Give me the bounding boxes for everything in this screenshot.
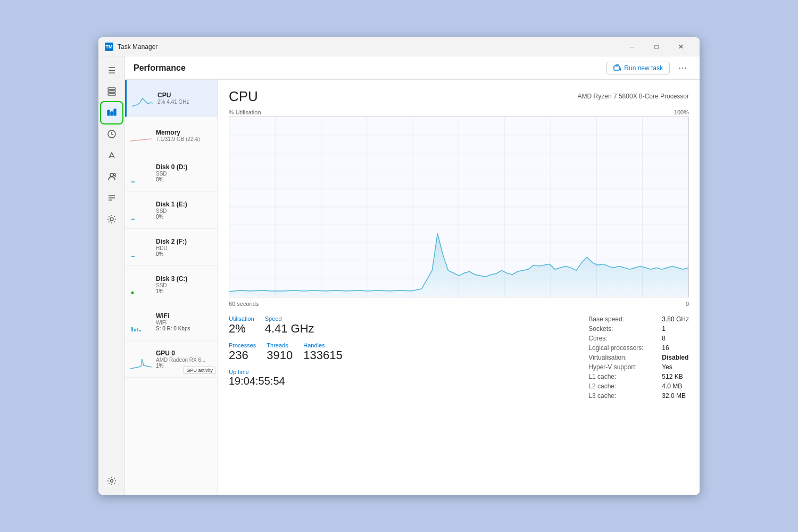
gpu0-sub: AMD Radeon RX 6... [156, 357, 212, 363]
device-item-memory[interactable]: Memory 7.1/31.9 GB (22%) [125, 117, 218, 154]
svg-rect-4 [111, 112, 113, 115]
y-axis-max: 100% [674, 109, 689, 115]
device-list: CPU 2% 4.41 GHz Memory 7.1 [125, 80, 218, 495]
device-item-cpu[interactable]: CPU 2% 4.41 GHz [125, 80, 218, 117]
perf-header: CPU AMD Ryzen 7 5800X 8-Core Processor [229, 88, 689, 105]
svg-point-9 [113, 173, 115, 176]
spec-l2: L2 cache: 4.0 MB [588, 383, 689, 390]
time-right-label: 0 [686, 301, 689, 307]
title-bar: TM Task Manager ─ □ ✕ [98, 37, 700, 56]
svg-rect-21 [134, 329, 136, 331]
disk2-pct: 0% [156, 251, 212, 257]
disk1-pct: 0% [156, 214, 212, 220]
svg-rect-18 [131, 256, 135, 257]
top-bar: Performance Run new task ⋯ [125, 56, 700, 80]
disk2-mini-chart [130, 237, 152, 258]
sidebar-item-settings[interactable] [102, 471, 121, 491]
sidebar-item-processes[interactable] [102, 82, 121, 101]
device-item-wifi[interactable]: WiFi WiFi S: 0 R: 0 Kbps [125, 303, 218, 340]
svg-rect-22 [137, 328, 138, 331]
sidebar-item-hamburger[interactable]: ☰ [102, 61, 121, 80]
device-item-disk1[interactable]: Disk 1 (E:) SSD 0% [125, 192, 218, 229]
memory-sub: 7.1/31.9 GB (22%) [156, 136, 212, 142]
processes-stat: Processes 236 [229, 342, 256, 362]
run-new-task-button[interactable]: Run new task [606, 62, 670, 74]
device-item-gpu0[interactable]: GPU 0 AMD Radeon RX 6... 1% GPU activity [125, 340, 218, 378]
svg-rect-5 [114, 109, 116, 115]
window-title: Task Manager [118, 43, 620, 51]
svg-rect-20 [131, 327, 133, 331]
wifi-mini-chart [130, 311, 152, 332]
cpu-name: CPU [157, 92, 212, 99]
disk3-info: Disk 3 (C:) SSD 1% [156, 275, 212, 294]
disk0-name: Disk 0 (D:) [156, 163, 212, 171]
performance-panel: CPU AMD Ryzen 7 5800X 8-Core Processor %… [218, 80, 700, 495]
sidebar-item-startup[interactable] [102, 146, 121, 165]
processes-label: Processes [229, 342, 256, 348]
device-item-disk3[interactable]: Disk 3 (C:) SSD 1% [125, 266, 218, 303]
threads-value: 3910 [267, 348, 293, 362]
processes-threads-handles-row: Processes 236 Threads 3910 Handles 13361… [229, 342, 343, 362]
gpu0-info: GPU 0 AMD Radeon RX 6... 1% [156, 350, 212, 369]
sidebar-item-services[interactable] [102, 210, 121, 229]
svg-rect-1 [108, 91, 115, 93]
processes-value: 236 [229, 348, 256, 362]
disk3-name: Disk 3 (C:) [156, 275, 212, 282]
cpu-info: CPU 2% 4.41 GHz [157, 92, 212, 105]
speed-stat: Speed 4.41 GHz [265, 315, 314, 336]
speed-label: Speed [265, 315, 314, 322]
device-item-disk0[interactable]: Disk 0 (D:) SSD 0% [125, 154, 218, 192]
gpu0-name: GPU 0 [156, 350, 212, 357]
minimize-button[interactable]: ─ [620, 39, 644, 55]
stats-area: Utilisation 2% Speed 4.41 GHz [229, 315, 689, 400]
svg-rect-0 [108, 88, 115, 89]
spec-sockets: Sockets: 1 [588, 325, 689, 332]
wifi-name: WiFi [156, 312, 212, 320]
cpu-chart [229, 117, 689, 297]
svg-rect-17 [131, 219, 135, 220]
uptime-value: 19:04:55:54 [229, 375, 343, 387]
app-body: ☰ [98, 56, 700, 495]
chart-svg [229, 117, 688, 297]
disk0-mini-chart [130, 162, 152, 184]
sidebar-item-details[interactable] [102, 188, 121, 207]
more-options-button[interactable]: ⋯ [674, 60, 691, 77]
device-item-disk2[interactable]: Disk 2 (F:) HDD 0% [125, 229, 218, 266]
wifi-pct: S: 0 R: 0 Kbps [156, 326, 212, 331]
spec-cores: Cores: 8 [588, 335, 689, 342]
disk1-info: Disk 1 (E:) SSD 0% [156, 201, 212, 220]
gpu0-mini-chart [130, 348, 152, 370]
content-area: CPU 2% 4.41 GHz Memory 7.1 [125, 80, 700, 495]
spec-logical-processors: Logical processors: 16 [588, 344, 689, 352]
wifi-info: WiFi WiFi S: 0 R: 0 Kbps [156, 312, 212, 331]
sidebar-item-history[interactable] [102, 124, 121, 144]
run-new-task-label: Run new task [624, 64, 663, 72]
utilisation-stat: Utilisation 2% [229, 315, 254, 336]
threads-stat: Threads 3910 [267, 342, 293, 362]
disk3-mini-chart [130, 274, 152, 295]
main-content: Performance Run new task ⋯ [125, 56, 700, 495]
spec-hyperv: Hyper-V support: Yes [588, 363, 689, 371]
chart-time-row: 60 seconds 0 [229, 301, 689, 307]
disk0-pct: 0% [156, 177, 212, 182]
svg-rect-16 [131, 181, 135, 182]
memory-mini-chart [130, 125, 152, 146]
maximize-button[interactable]: □ [644, 39, 669, 55]
disk1-sub: SSD [156, 208, 212, 214]
svg-point-13 [110, 218, 113, 221]
wifi-sub: WiFi [156, 320, 212, 326]
disk0-info: Disk 0 (D:) SSD 0% [156, 163, 212, 182]
spec-base-speed: Base speed: 3.80 GHz [588, 315, 689, 323]
disk1-name: Disk 1 (E:) [156, 201, 212, 208]
disk0-sub: SSD [156, 171, 212, 177]
task-manager-window: TM Task Manager ─ □ ✕ ☰ [98, 37, 700, 495]
sidebar-item-performance[interactable] [102, 103, 121, 122]
svg-rect-23 [139, 330, 141, 331]
run-icon [613, 64, 621, 72]
svg-rect-19 [131, 292, 134, 294]
page-title: Performance [134, 63, 606, 73]
sidebar-item-users[interactable] [102, 167, 121, 186]
cpu-mini-chart [132, 88, 153, 109]
utilisation-label: Utilisation [229, 315, 254, 322]
close-button[interactable]: ✕ [669, 39, 693, 55]
